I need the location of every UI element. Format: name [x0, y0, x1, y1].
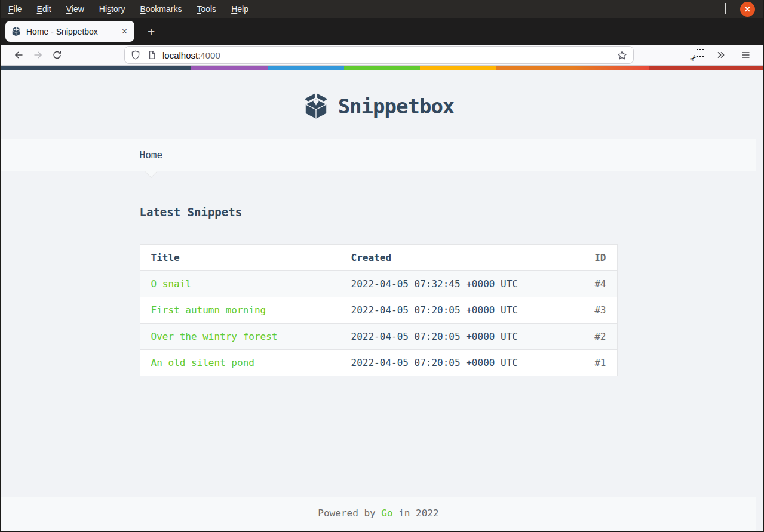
bookmark-star-icon[interactable] [617, 50, 627, 60]
brand-home-link[interactable]: Snippetbox [303, 93, 455, 119]
window-controls: ✕ [710, 2, 763, 17]
toolbar-right-icons: ✂ [692, 47, 755, 63]
snippetbox-page: Snippetbox Home Latest Snippets [1, 70, 756, 531]
back-button[interactable] [9, 47, 28, 63]
url-text: localhost:4000 [162, 50, 612, 60]
menu-history[interactable]: History [99, 4, 125, 14]
screenshot-dashed-frame-icon [697, 49, 704, 57]
screenshot-button[interactable]: ✂ [692, 48, 705, 61]
tab-close-icon[interactable]: × [119, 27, 130, 36]
go-link[interactable]: Go [381, 508, 392, 519]
footer-text-pre: Powered by [318, 508, 381, 519]
snippet-id: #3 [562, 297, 617, 324]
snippet-created: 2022-04-05 07:32:45 +0000 UTC [340, 271, 563, 297]
back-arrow-icon [14, 50, 24, 60]
table-row: An old silent pond 2022-04-05 07:20:05 +… [140, 350, 617, 376]
reload-button[interactable] [47, 47, 66, 63]
snippet-created: 2022-04-05 07:20:05 +0000 UTC [340, 324, 563, 350]
tab-home-snippetbox[interactable]: Home - Snippetbox × [5, 21, 134, 42]
snippet-id: #1 [562, 350, 617, 376]
main-content: Latest Snippets Title Created ID [140, 205, 618, 376]
column-header-created: Created [340, 245, 563, 271]
menu-file[interactable]: File [8, 4, 22, 14]
double-chevron-icon [716, 50, 726, 60]
section-heading: Latest Snippets [140, 205, 618, 219]
site-header: Snippetbox [1, 70, 756, 139]
reload-icon [52, 50, 62, 60]
table-row: Over the wintry forest 2022-04-05 07:20:… [140, 324, 617, 350]
new-tab-button[interactable]: + [143, 24, 159, 39]
navigation-toolbar: localhost:4000 ✂ [1, 45, 763, 66]
shield-icon[interactable] [131, 50, 140, 60]
snippetbox-logo-icon [303, 93, 329, 119]
url-port: :4000 [198, 50, 220, 60]
column-header-id: ID [562, 245, 617, 271]
menu-help[interactable]: Help [231, 4, 248, 14]
menu-tools[interactable]: Tools [197, 4, 216, 14]
snippet-link[interactable]: O snail [151, 278, 191, 290]
url-bar[interactable]: localhost:4000 [124, 46, 634, 64]
overflow-menu-button[interactable] [711, 47, 730, 63]
scrollbar-gutter[interactable] [756, 70, 763, 531]
close-button[interactable]: ✕ [740, 2, 755, 17]
app-menu-button[interactable] [736, 47, 755, 63]
maximize-icon [725, 3, 726, 14]
active-nav-notch [145, 166, 157, 178]
footer-text-post: in 2022 [393, 508, 439, 519]
page-info-icon[interactable] [148, 50, 157, 60]
table-row: First autumn morning 2022-04-05 07:20:05… [140, 297, 617, 324]
column-header-title: Title [140, 245, 340, 271]
forward-arrow-icon [33, 50, 43, 60]
snippet-created: 2022-04-05 07:20:05 +0000 UTC [340, 350, 563, 376]
maximize-button[interactable] [725, 4, 726, 14]
snippets-table: Title Created ID O snail 2022-04-05 07:3… [140, 244, 618, 376]
rainbow-accent-stripe [1, 66, 763, 70]
menu-edit[interactable]: Edit [37, 4, 51, 14]
snippet-link[interactable]: First autumn morning [151, 305, 266, 316]
tab-title: Home - Snippetbox [26, 27, 119, 36]
site-nav: Home [1, 139, 756, 171]
menu-list: File Edit View History Bookmarks Tools H… [1, 4, 248, 14]
browser-window: File Edit View History Bookmarks Tools H… [0, 0, 764, 532]
close-icon: ✕ [744, 5, 751, 14]
tab-bar: Home - Snippetbox × + [1, 18, 763, 45]
url-host: localhost [162, 50, 198, 60]
snippet-link[interactable]: Over the wintry forest [151, 331, 278, 342]
forward-button[interactable] [28, 47, 47, 63]
menu-view[interactable]: View [66, 4, 84, 14]
menu-bookmarks[interactable]: Bookmarks [140, 4, 182, 14]
snippet-id: #2 [562, 324, 617, 350]
menubar: File Edit View History Bookmarks Tools H… [1, 0, 763, 18]
hamburger-menu-icon [741, 50, 751, 60]
snippet-link[interactable]: An old silent pond [151, 357, 254, 368]
page-viewport: Snippetbox Home Latest Snippets [1, 66, 763, 531]
page-title: Snippetbox [338, 94, 455, 118]
table-row: O snail 2022-04-05 07:32:45 +0000 UTC #4 [140, 271, 617, 297]
snippetbox-favicon-icon [11, 27, 21, 36]
table-header-row: Title Created ID [140, 245, 617, 271]
site-footer: Powered by Go in 2022 [1, 497, 756, 531]
snippet-id: #4 [562, 271, 617, 297]
snippet-created: 2022-04-05 07:20:05 +0000 UTC [340, 297, 563, 324]
nav-item-home[interactable]: Home [140, 149, 163, 161]
